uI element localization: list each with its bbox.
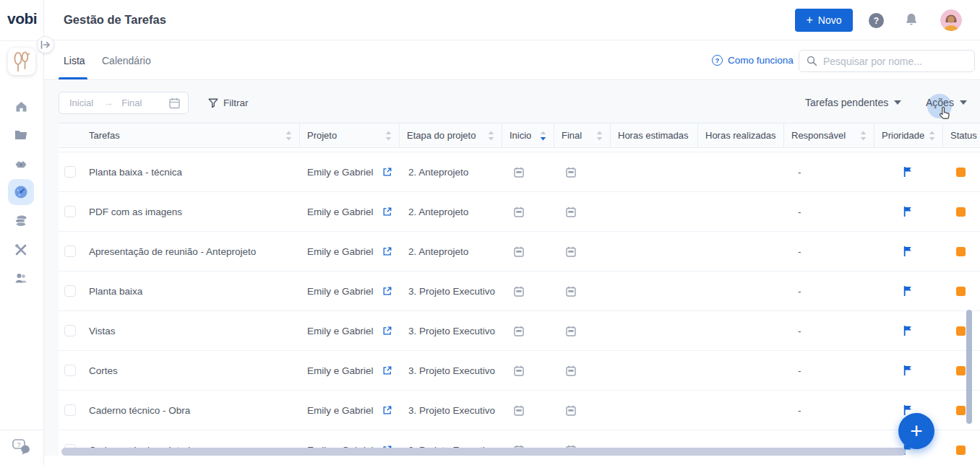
end-date-cell[interactable] (554, 351, 611, 390)
actions-dropdown[interactable]: Ações (926, 97, 967, 108)
start-date-cell[interactable] (502, 232, 554, 271)
row-checkbox[interactable] (64, 166, 76, 178)
date-end-placeholder: Final (121, 97, 142, 108)
stage-cell: 3. Projeto Executivo (400, 391, 502, 430)
status-cell[interactable] (943, 430, 980, 456)
external-link-icon[interactable] (383, 207, 392, 216)
row-checkbox[interactable] (64, 325, 76, 336)
start-date-cell[interactable] (502, 351, 554, 390)
expand-sidebar-button[interactable] (37, 36, 54, 53)
sidebar-item-tools[interactable] (8, 237, 34, 263)
responsible-cell: - (784, 351, 874, 390)
pending-tasks-dropdown[interactable]: Tarefas pendentes (805, 97, 901, 108)
help-chat-button[interactable]: ? (10, 437, 33, 459)
status-cell[interactable] (943, 351, 980, 390)
row-checkbox[interactable] (64, 285, 76, 297)
hours-done-cell (698, 391, 784, 430)
tab-calendario[interactable]: Calendário (102, 55, 151, 66)
sidebar-item-home[interactable] (8, 93, 34, 119)
filter-button[interactable]: Filtrar (208, 92, 249, 114)
column-header-final[interactable]: Final (554, 123, 611, 147)
sidebar-item-tasks[interactable] (8, 179, 34, 205)
help-button[interactable]: ? (869, 13, 884, 28)
new-task-button[interactable]: + Novo (795, 9, 853, 32)
status-cell[interactable] (943, 192, 980, 231)
priority-cell[interactable] (874, 271, 943, 310)
priority-flag-icon (903, 207, 912, 217)
end-date-cell[interactable] (554, 271, 611, 310)
status-cell[interactable] (943, 152, 980, 191)
row-checkbox[interactable] (64, 206, 76, 217)
column-header-responsavel[interactable]: Responsável (784, 123, 874, 147)
table-row: Cortes Emily e Gabriel 3. Projeto Execut… (59, 351, 980, 391)
sidebar-item-team[interactable] (8, 265, 34, 291)
column-header-projeto[interactable]: Projeto (300, 123, 400, 147)
row-checkbox[interactable] (64, 404, 76, 416)
end-date-cell[interactable] (554, 152, 611, 191)
date-start-placeholder: Inicial (69, 97, 93, 108)
column-header-etapa[interactable]: Etapa do projeto (400, 123, 502, 147)
task-cell: Planta baixa - técnica (59, 152, 300, 191)
start-date-cell[interactable] (502, 271, 554, 310)
calendar-icon (514, 365, 524, 376)
status-cell[interactable] (943, 311, 980, 350)
status-cell[interactable] (943, 232, 980, 271)
notifications-button[interactable] (904, 12, 919, 28)
status-cell[interactable] (943, 271, 980, 310)
sort-icon (860, 131, 867, 141)
priority-flag-icon (903, 246, 912, 256)
priority-cell[interactable] (874, 311, 943, 350)
workspace-avatar[interactable] (8, 48, 35, 75)
search-box[interactable] (799, 50, 975, 72)
project-cell: Emily e Gabriel (300, 391, 400, 430)
responsible-cell: - (784, 311, 874, 350)
column-header-prioridade[interactable]: Prioridade (874, 123, 943, 147)
column-header-horas-realizadas: Horas realizadas (698, 123, 784, 147)
start-date-cell[interactable] (502, 391, 554, 430)
priority-cell[interactable] (874, 152, 943, 191)
sidebar-item-projects[interactable] (8, 122, 34, 148)
priority-cell[interactable] (874, 232, 943, 271)
priority-flag-icon (903, 326, 912, 336)
user-avatar[interactable] (940, 9, 962, 31)
task-cell: PDF com as imagens (59, 192, 300, 231)
row-checkbox[interactable] (64, 245, 76, 257)
column-label: Inicio (510, 130, 531, 141)
external-link-icon[interactable] (383, 287, 392, 295)
hours-estimated-cell (611, 391, 698, 430)
end-date-cell[interactable] (554, 311, 611, 350)
external-link-icon[interactable] (383, 366, 392, 375)
horizontal-scrollbar[interactable] (61, 448, 906, 456)
column-header-status[interactable]: Status (943, 123, 980, 147)
end-date-cell[interactable] (554, 391, 611, 430)
date-range-picker[interactable]: Inicial → Final (59, 92, 189, 114)
search-input[interactable] (823, 56, 967, 67)
vertical-scrollbar[interactable] (966, 310, 972, 424)
sidebar-item-partners[interactable] (8, 151, 34, 177)
how-it-works-link[interactable]: ? Como funciona (712, 55, 794, 66)
hours-done-cell (698, 192, 784, 231)
start-date-cell[interactable] (502, 311, 554, 350)
status-cell[interactable] (943, 391, 980, 430)
coins-stack-icon (14, 215, 27, 227)
priority-cell[interactable] (874, 351, 943, 390)
start-date-cell[interactable] (502, 152, 554, 191)
external-link-icon[interactable] (383, 247, 392, 256)
start-date-cell[interactable] (502, 192, 554, 231)
add-task-fab[interactable]: + (898, 413, 934, 449)
priority-cell[interactable] (874, 192, 943, 231)
hours-estimated-cell (611, 311, 698, 350)
hours-estimated-cell (611, 351, 698, 390)
end-date-cell[interactable] (554, 232, 611, 271)
responsible-cell: - (784, 152, 874, 191)
external-link-icon[interactable] (383, 326, 392, 335)
external-link-icon[interactable] (383, 168, 392, 176)
sidebar-item-finance[interactable] (8, 208, 34, 234)
tab-lista[interactable]: Lista (64, 55, 85, 66)
column-header-inicio[interactable]: Inicio (502, 123, 554, 147)
external-link-icon[interactable] (383, 406, 392, 414)
end-date-cell[interactable] (554, 192, 611, 231)
gauge-icon (14, 185, 28, 199)
row-checkbox[interactable] (64, 365, 76, 376)
column-header-tarefas[interactable]: Tarefas (59, 123, 300, 147)
